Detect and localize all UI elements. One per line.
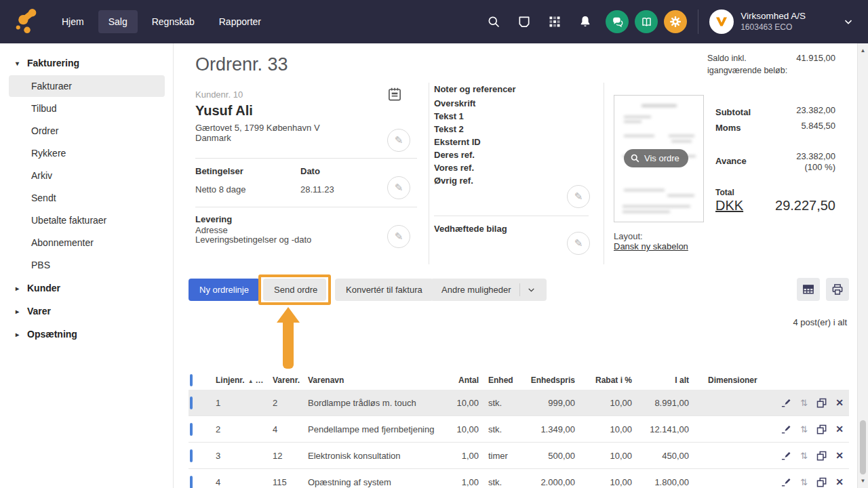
date-value: 28.11.23 [300, 184, 334, 197]
e-conomic-logo-icon[interactable] [15, 6, 41, 37]
divider [429, 83, 429, 264]
move-line-icon[interactable]: ⇅ [800, 424, 808, 434]
col-header-varenr[interactable]: Varenr. [273, 375, 305, 385]
print-button[interactable] [826, 278, 849, 301]
column-settings-button[interactable] [797, 278, 820, 301]
sidebar-item-pbs[interactable]: PBS [9, 254, 165, 276]
sidebar-item-arkiv[interactable]: Arkiv [9, 165, 165, 186]
edit-delivery-button[interactable]: ✎ [387, 225, 410, 248]
move-line-icon[interactable]: ⇅ [800, 451, 808, 461]
edit-line-icon[interactable] [781, 477, 791, 487]
delete-line-icon[interactable]: ✕ [835, 424, 844, 434]
edit-customer-button[interactable]: ✎ [387, 129, 410, 152]
sidebar-item-abonnementer[interactable]: Abonnementer [9, 232, 165, 253]
inbox-icon[interactable] [517, 15, 531, 28]
edit-terms-button[interactable]: ✎ [387, 176, 410, 199]
column-menu-icon[interactable]: … [256, 375, 264, 385]
edit-attachments-button[interactable]: ✎ [567, 232, 590, 255]
printer-icon [831, 283, 844, 296]
sidebar-section-fakturering[interactable]: ▾ Fakturering [0, 52, 173, 75]
cell-ialt: 8.991,00 [632, 398, 689, 408]
customer-country: Danmark [195, 132, 231, 145]
delete-line-icon[interactable]: ✕ [835, 450, 844, 461]
delete-line-icon[interactable]: ✕ [835, 397, 844, 408]
cell-varenr: 115 [273, 477, 305, 487]
company-info[interactable]: Virksomhed A/S 1603463 ECO [741, 10, 806, 33]
sidebar-item-tilbud[interactable]: Tilbud [9, 98, 165, 119]
col-header-ialt[interactable]: I alt [632, 375, 689, 385]
edit-line-icon[interactable] [781, 451, 791, 461]
new-order-line-button[interactable]: Ny ordrelinje [189, 279, 260, 301]
search-icon[interactable] [487, 15, 500, 28]
cell-rabat: 10,00 [575, 424, 632, 434]
terms-label: Betingelser [195, 166, 243, 176]
sidebar-item-sendt[interactable]: Sendt [9, 187, 165, 209]
scroll-down-icon[interactable]: ▼ [858, 478, 868, 484]
col-header-enhed[interactable]: Enhed [479, 375, 522, 385]
settings-button[interactable] [664, 10, 687, 33]
vat-label: Moms [715, 123, 741, 133]
nav-item-regnskab[interactable]: Regnskab [142, 10, 205, 33]
send-order-button[interactable]: Send ordre [263, 279, 326, 301]
copy-line-icon[interactable] [816, 477, 827, 487]
table-row[interactable]: 1 2 Bordlampe trådløs m. touch 10,00 stk… [189, 390, 849, 416]
table-row[interactable]: 4 115 Opæstning af system 1,00 stk. 2.00… [189, 469, 849, 488]
col-header-antal[interactable]: Antal [449, 375, 479, 385]
scrollbar-thumb[interactable] [860, 420, 866, 474]
help-book-button[interactable] [635, 10, 658, 33]
edit-line-icon[interactable] [781, 398, 791, 408]
row-checkbox[interactable] [190, 423, 193, 436]
row-checkbox[interactable] [190, 476, 193, 488]
layout-link[interactable]: Dansk ny skabelon [614, 241, 688, 253]
nav-item-rapporter[interactable]: Rapporter [209, 10, 271, 33]
cell-varenr: 12 [273, 451, 305, 461]
sidebar-section-kunder[interactable]: ▸ Kunder [0, 277, 173, 300]
col-header-dimensioner[interactable]: Dimensioner [689, 375, 764, 385]
copy-line-icon[interactable] [816, 424, 827, 434]
cell-antal: 1,00 [449, 477, 479, 487]
table-row[interactable]: 2 4 Pendellampe med fjernbetjening 10,00… [189, 416, 849, 443]
sidebar-section-label: Fakturering [27, 58, 79, 68]
convert-to-invoice-button[interactable]: Konvertér til faktura [335, 279, 433, 301]
apps-grid-icon[interactable] [548, 15, 561, 28]
row-checkbox[interactable] [190, 396, 193, 409]
edit-notes-button[interactable]: ✎ [567, 185, 590, 208]
notepad-icon[interactable] [386, 85, 403, 103]
sidebar-item-fakturaer[interactable]: Fakturaer [9, 75, 165, 97]
sidebar-item-rykkere[interactable]: Rykkere [9, 142, 165, 164]
move-line-icon[interactable]: ⇅ [800, 398, 808, 408]
button-separator [519, 283, 520, 296]
sidebar-section-varer[interactable]: ▸ Varer [0, 300, 173, 323]
nav-item-hjem[interactable]: Hjem [52, 10, 94, 33]
scroll-up-icon[interactable]: ▲ [858, 47, 868, 54]
company-avatar[interactable] [709, 9, 734, 34]
sidebar-item-ubetalte-fakturaer[interactable]: Ubetalte fakturaer [9, 209, 165, 231]
move-line-icon[interactable]: ⇅ [800, 477, 808, 487]
chevron-down-icon[interactable] [842, 16, 854, 28]
select-all-checkbox[interactable] [190, 374, 193, 386]
row-checkbox[interactable] [190, 449, 193, 462]
col-header-varenavn[interactable]: Varenavn [305, 375, 449, 385]
table-grid-icon [802, 283, 815, 296]
sidebar-section-opsaetning[interactable]: ▸ Opsætning [0, 323, 173, 346]
main-content: Ordrenr. 33 Saldo inkl. igangværende bel… [174, 43, 857, 488]
more-options-button[interactable]: Andre muligheder [431, 279, 547, 301]
copy-line-icon[interactable] [816, 398, 827, 408]
edit-line-icon[interactable] [781, 424, 791, 434]
sidebar-item-ordrer[interactable]: Ordrer [9, 120, 165, 142]
support-chat-button[interactable] [606, 10, 629, 33]
sidebar-section-label: Opsætning [27, 329, 77, 340]
notifications-bell-icon[interactable] [578, 15, 592, 28]
col-header-linjenr[interactable]: Linjenr.▲… [216, 375, 273, 385]
vertical-scrollbar[interactable]: ▲ ▼ [857, 43, 868, 488]
currency-link[interactable]: DKK [715, 198, 743, 214]
chat-bubbles-icon [611, 16, 624, 28]
table-row[interactable]: 3 12 Elektronisk konsultation 1,00 timer… [189, 443, 849, 469]
visma-v-icon [713, 14, 730, 30]
delete-line-icon[interactable]: ✕ [835, 476, 844, 487]
nav-item-salg[interactable]: Salg [98, 10, 138, 33]
vis-ordre-button[interactable]: Vis ordre [624, 149, 688, 167]
col-header-enhedspris[interactable]: Enhedspris [522, 375, 575, 385]
copy-line-icon[interactable] [816, 451, 827, 461]
col-header-rabat[interactable]: Rabat i % [575, 375, 632, 385]
